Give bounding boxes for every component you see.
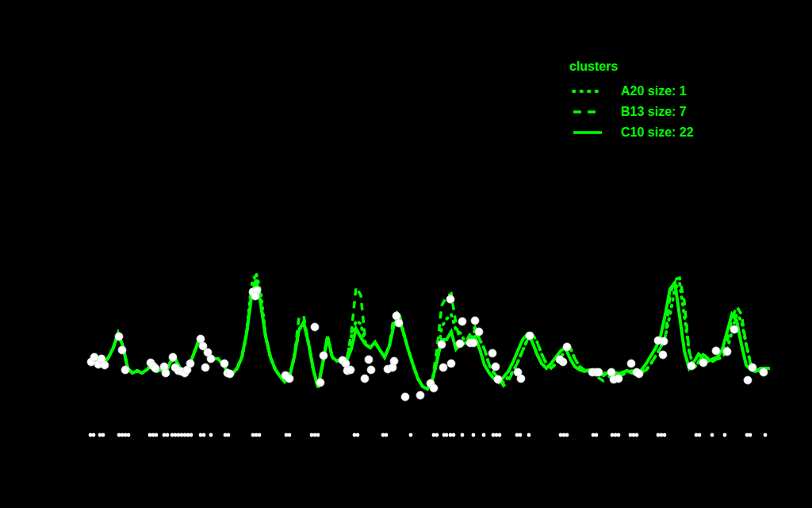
data-point-marker [517,375,525,383]
rug-point [190,433,193,437]
rug-point [435,433,439,437]
data-point-marker [660,337,668,345]
data-point-marker [723,348,731,356]
data-point-marker [101,361,109,369]
data-point-marker [220,360,228,368]
data-point-marker [311,323,319,331]
data-point-marker [488,349,496,357]
data-point-marker [367,366,375,374]
rug-point [698,433,702,437]
data-point-marker [447,360,455,368]
data-point-marker [316,379,324,387]
rug-point [710,433,714,437]
rug-point [472,433,476,437]
legend-item-label: C10 size: 22 [621,126,694,139]
data-point-marker [226,370,234,378]
solid-line-key-icon [572,128,603,137]
data-point-marker [730,325,738,333]
data-point-marker [559,358,567,366]
data-point-marker [699,359,707,367]
rug-point [519,433,523,437]
legend-item-c10: C10 size: 22 [568,122,694,143]
data-point-marker [186,360,194,368]
data-point-marker [347,366,354,374]
rug-point [166,433,170,437]
data-point-marker [627,360,635,368]
dashed-line-key-icon [572,107,603,117]
data-point-marker [121,366,129,374]
rug-point [498,433,502,437]
dotted-line-key-icon [572,87,603,96]
data-point-marker [439,364,447,371]
rug-point [155,433,159,437]
data-point-marker [712,347,720,355]
legend-item-b13: B13 size: 7 [568,102,694,122]
data-point-marker [438,341,446,348]
data-point-marker [162,369,170,377]
chart-stage: clusters A20 size: 1 B13 size: 7 C10 siz… [0,0,812,508]
data-point-marker [390,357,398,365]
data-point-marker [469,339,477,347]
data-point-marker [115,333,123,341]
series-line-c10 [90,279,770,389]
data-point-marker [320,352,327,360]
data-point-marker [207,355,215,363]
rug-point [565,433,569,437]
rug-point [452,433,456,437]
rug-point [102,433,105,437]
rug-point [595,433,599,437]
rug-point [227,433,231,437]
data-point-marker [492,363,500,371]
rug-point [764,433,768,437]
legend: clusters A20 size: 1 B13 size: 7 C10 siz… [568,60,694,143]
data-point-marker [749,364,756,371]
rug-point [385,433,389,437]
legend-item-label: B13 size: 7 [621,106,687,118]
legend-title: clusters [569,60,694,73]
rug-point [723,433,727,437]
data-point-marker [744,376,752,384]
data-point-marker [430,384,438,392]
data-point-marker [365,356,373,364]
rug-point [316,433,320,437]
data-point-marker [563,343,571,351]
rug-point [461,433,465,437]
data-point-marker [615,375,622,383]
data-point-marker [471,317,479,325]
rug-point [202,433,206,437]
data-point-marker [393,312,400,320]
series-line-a20 [90,273,770,389]
data-point-marker [458,318,466,325]
rug-point [663,433,667,437]
data-point-marker [118,346,126,354]
data-point-marker [475,328,483,336]
data-point-marker [151,364,159,372]
data-point-marker [197,335,205,343]
legend-item-a20: A20 size: 1 [568,81,694,102]
data-point-marker [760,368,768,376]
rug-point [617,433,621,437]
rug-point [445,433,449,437]
rug-point [127,433,131,437]
data-point-marker [607,368,615,376]
data-point-marker [90,353,98,361]
data-point-marker [169,353,177,361]
data-point-marker [361,375,369,383]
rug-point [209,433,213,437]
legend-item-label: A20 size: 1 [621,85,687,98]
data-point-marker [416,391,424,399]
data-point-marker [659,351,667,359]
rug-point [258,433,262,437]
data-point-marker [395,319,403,327]
data-point-marker [635,370,643,378]
data-point-marker [595,368,603,376]
data-point-marker [446,295,454,303]
data-point-marker [201,364,209,371]
rug-point [635,433,639,437]
data-point-marker [494,375,502,383]
data-point-marker [285,375,293,383]
data-point-marker [251,292,259,300]
rug-point [482,433,486,437]
data-point-marker [401,393,409,401]
rug-point [92,433,96,437]
